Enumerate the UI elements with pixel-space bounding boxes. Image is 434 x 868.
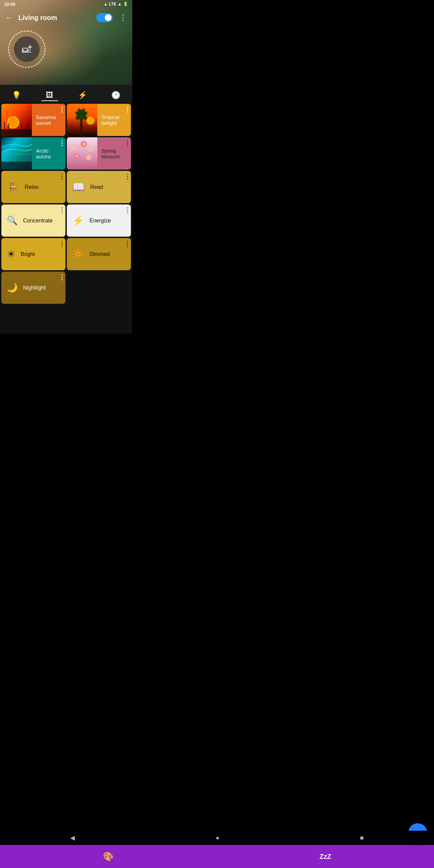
status-right: ▲ LTE ▲ 🔋 bbox=[103, 2, 128, 6]
bright-more-button[interactable] bbox=[61, 241, 63, 247]
tab-scenes[interactable]: 🖼 bbox=[33, 88, 66, 101]
scene-card-concentrate[interactable]: 🔍 Concentrate bbox=[1, 204, 65, 237]
signal-label: LTE bbox=[109, 2, 116, 6]
svg-rect-17 bbox=[1, 162, 32, 170]
tropical-thumbnail bbox=[67, 104, 97, 136]
concentrate-more-button[interactable] bbox=[61, 207, 63, 213]
bright-label: Bright bbox=[21, 251, 35, 257]
scene-card-nightlight[interactable]: 🌙 Nightlight bbox=[1, 272, 65, 304]
savanna-thumb-svg bbox=[1, 104, 32, 136]
brightness-dial[interactable]: 🛋 bbox=[8, 31, 45, 68]
arctic-aurora-label: Arctic aurora bbox=[36, 148, 61, 159]
tropical-twilight-more-button[interactable] bbox=[127, 106, 128, 113]
scene-card-bright[interactable]: ☀ Bright bbox=[1, 238, 65, 270]
energize-label: Energize bbox=[90, 218, 111, 224]
svg-point-2 bbox=[8, 118, 18, 127]
relax-label: Relax bbox=[25, 184, 39, 190]
bulb-icon: 💡 bbox=[12, 91, 21, 100]
tropical-twilight-label: Tropical twilight bbox=[101, 114, 127, 126]
back-button[interactable]: ← bbox=[3, 11, 16, 25]
spring-blossom-more-button[interactable] bbox=[127, 140, 128, 146]
scene-card-dimmed[interactable]: 🔅 Dimmed bbox=[67, 238, 131, 270]
nightlight-more-button[interactable] bbox=[61, 274, 63, 280]
dimmed-more-button[interactable] bbox=[127, 241, 128, 247]
svg-rect-3 bbox=[1, 129, 32, 136]
svg-point-28 bbox=[88, 157, 90, 159]
nightlight-label: Nightlight bbox=[23, 285, 46, 291]
concentrate-icon: 🔍 bbox=[7, 215, 18, 226]
savanna-sunset-more-button[interactable] bbox=[61, 106, 63, 113]
energize-icon: ⚡ bbox=[72, 215, 84, 226]
svg-point-27 bbox=[76, 155, 78, 157]
scene-card-spring-blossom[interactable]: Spring blossom bbox=[67, 137, 131, 170]
scene-row-5: ☀ Bright 🔅 Dimmed bbox=[1, 238, 131, 270]
tab-automation[interactable]: ⚡ bbox=[66, 88, 99, 101]
svg-point-25 bbox=[82, 143, 85, 145]
savanna-thumbnail bbox=[1, 104, 32, 136]
spring-thumb-svg bbox=[67, 137, 97, 170]
couch-icon: 🛋 bbox=[22, 44, 32, 55]
dimmed-icon: 🔅 bbox=[72, 249, 84, 260]
read-icon: 📖 bbox=[72, 181, 85, 193]
svg-point-24 bbox=[73, 146, 75, 149]
scene-card-arctic-aurora[interactable]: Arctic aurora bbox=[1, 137, 65, 170]
scene-card-relax[interactable]: 🪑 Relax bbox=[1, 171, 65, 203]
scene-card-tropical-twilight[interactable]: Tropical twilight bbox=[67, 104, 131, 136]
tab-schedule[interactable]: 🕐 bbox=[99, 88, 133, 101]
savanna-sunset-label: Savanna sunset bbox=[36, 114, 61, 126]
scene-card-savanna-sunset[interactable]: Savanna sunset bbox=[1, 104, 65, 136]
arctic-thumbnail bbox=[1, 137, 32, 170]
scenes-container: Savanna sunset bbox=[0, 102, 132, 334]
tropical-thumb-svg bbox=[67, 104, 97, 136]
image-icon: 🖼 bbox=[46, 91, 53, 100]
svg-point-26 bbox=[90, 149, 92, 150]
svg-point-15 bbox=[86, 117, 95, 125]
dimmed-label: Dimmed bbox=[90, 251, 110, 257]
concentrate-label: Concentrate bbox=[23, 218, 53, 224]
clock-icon: 🕐 bbox=[111, 91, 120, 100]
app-bar: ← Living room ⋮ bbox=[0, 8, 132, 27]
wifi-icon: ▲ bbox=[103, 2, 107, 6]
scene-card-read[interactable]: 📖 Read bbox=[67, 171, 131, 203]
signal-bars-icon: ▲ bbox=[118, 2, 122, 6]
tab-lights[interactable]: 💡 bbox=[0, 88, 33, 101]
scene-row-2: Arctic aurora bbox=[1, 137, 131, 170]
room-toggle[interactable] bbox=[96, 13, 113, 22]
scene-card-energize[interactable]: ⚡ Energize bbox=[67, 204, 131, 237]
energize-more-button[interactable] bbox=[127, 207, 128, 213]
tab-bar: 💡 🖼 ⚡ 🕐 bbox=[0, 85, 132, 102]
scene-row-1: Savanna sunset bbox=[1, 104, 131, 136]
scene-row-3: 🪑 Relax 📖 Read bbox=[1, 171, 131, 203]
bright-icon: ☀ bbox=[7, 249, 15, 260]
svg-rect-9 bbox=[80, 117, 82, 136]
dial-ring: 🛋 bbox=[8, 31, 45, 68]
bottom-spacer bbox=[1, 305, 131, 332]
spring-thumbnail bbox=[67, 137, 97, 170]
read-more-button[interactable] bbox=[127, 174, 128, 180]
hero-background: ← Living room ⋮ 🛋 bbox=[0, 0, 132, 85]
arctic-thumb-svg bbox=[1, 137, 32, 170]
svg-point-14 bbox=[76, 111, 86, 115]
relax-more-button[interactable] bbox=[61, 174, 63, 180]
scene-row-4: 🔍 Concentrate ⚡ Energize bbox=[1, 204, 131, 237]
status-time: 10:00 bbox=[4, 2, 15, 7]
status-bar: 10:00 ▲ LTE ▲ 🔋 bbox=[0, 0, 132, 8]
scene-row-6: 🌙 Nightlight bbox=[1, 272, 131, 304]
relax-icon: 🪑 bbox=[7, 181, 19, 193]
lightning-icon: ⚡ bbox=[78, 91, 87, 100]
nightlight-icon: 🌙 bbox=[7, 282, 18, 293]
arctic-aurora-more-button[interactable] bbox=[61, 140, 63, 146]
read-label: Read bbox=[90, 184, 103, 190]
battery-icon: 🔋 bbox=[123, 2, 128, 6]
more-menu-button[interactable]: ⋮ bbox=[117, 11, 130, 25]
page-title: Living room bbox=[16, 14, 96, 22]
dial-inner: 🛋 bbox=[14, 36, 40, 62]
spring-blossom-label: Spring blossom bbox=[101, 148, 127, 159]
